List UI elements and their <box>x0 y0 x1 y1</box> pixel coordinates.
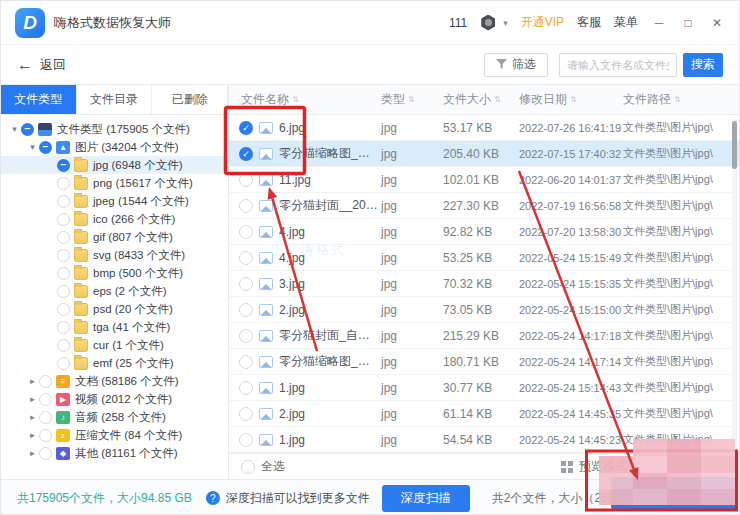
tree-item-eps[interactable]: eps (2 个文件) <box>1 282 228 300</box>
tree-item-image[interactable]: ▾−▲图片 (34204 个文件) <box>1 138 228 156</box>
column-header-path[interactable]: 文件路径⇅ <box>623 91 739 108</box>
tree-checkbox[interactable] <box>57 303 70 316</box>
tree-checkbox[interactable] <box>39 411 52 424</box>
username[interactable]: 111 <box>449 16 467 30</box>
tree-checkbox[interactable] <box>57 195 70 208</box>
support-link[interactable]: 客服 <box>577 14 601 31</box>
row-checkbox[interactable] <box>239 381 253 395</box>
search-button[interactable]: 搜索 <box>683 53 723 77</box>
maximize-button[interactable]: □ <box>680 16 696 30</box>
tree-checkbox[interactable] <box>57 213 70 226</box>
row-checkbox[interactable] <box>239 173 253 187</box>
tree-item-audio[interactable]: ▸♪音频 (258 个文件) <box>1 408 228 426</box>
deep-scan-button[interactable]: 深度扫描 <box>382 485 470 512</box>
tree-item-video[interactable]: ▸▶视频 (2012 个文件) <box>1 390 228 408</box>
scrollbar-thumb[interactable] <box>732 121 737 169</box>
row-checkbox[interactable]: ✓ <box>239 147 253 161</box>
minimize-button[interactable]: ─ <box>651 16 667 30</box>
tree-checkbox[interactable] <box>57 231 70 244</box>
table-row[interactable]: 4.jpgjpg53.25 KB2022-05-24 15:15:49文件类型\… <box>229 245 739 271</box>
tree-item-ico[interactable]: ico (266 个文件) <box>1 210 228 228</box>
tree-checkbox[interactable] <box>39 429 52 442</box>
caret-right-icon[interactable]: ▸ <box>27 376 38 386</box>
tab-file-directory[interactable]: 文件目录 <box>77 85 153 114</box>
caret-down-icon[interactable]: ▾ <box>27 142 38 152</box>
row-checkbox[interactable] <box>239 355 253 369</box>
row-checkbox[interactable] <box>239 225 253 239</box>
row-checkbox[interactable] <box>239 329 253 343</box>
tree-checkbox[interactable] <box>57 357 70 370</box>
caret-right-icon[interactable]: ▸ <box>27 448 38 458</box>
row-checkbox[interactable]: ✓ <box>239 121 253 135</box>
tree-checkbox[interactable] <box>57 249 70 262</box>
table-row[interactable]: 1.jpgjpg54.54 KB2022-05-24 14:45:23文件类型\… <box>229 427 739 453</box>
tree-item-psd[interactable]: psd (20 个文件) <box>1 300 228 318</box>
tree-checkbox-partial[interactable]: − <box>57 159 70 172</box>
table-row[interactable]: ✓6.jpgjpg53.17 KB2022-07-26 16:41:19文件类型… <box>229 115 739 141</box>
tree-item-file-type[interactable]: ▾−文件类型 (175905 个文件) <box>1 120 228 138</box>
table-footer: 全选 预览模式 <box>229 453 739 479</box>
column-header-size[interactable]: 文件大小⇅ <box>443 91 519 108</box>
tree-checkbox[interactable] <box>39 375 52 388</box>
filter-button[interactable]: 筛选 <box>484 53 548 77</box>
table-row[interactable]: ✓零分猫缩略图_自定义px_2...jpg205.40 KB2022-07-15… <box>229 141 739 167</box>
vip-badge-icon[interactable] <box>480 15 496 31</box>
row-checkbox[interactable] <box>239 277 253 291</box>
caret-right-icon[interactable]: ▸ <box>27 430 38 440</box>
select-all-checkbox[interactable] <box>241 460 255 474</box>
menu-link[interactable]: 菜单 <box>614 14 638 31</box>
table-row[interactable]: 4.jpgjpg92.82 KB2022-07-20 13:58:30文件类型\… <box>229 219 739 245</box>
row-checkbox[interactable] <box>239 303 253 317</box>
preview-mode-toggle[interactable]: 预览模式 <box>561 458 627 475</box>
caret-down-icon[interactable]: ▾ <box>9 124 20 134</box>
tree-item-jpg[interactable]: −jpg (6948 个文件) <box>1 156 228 174</box>
table-row[interactable]: 1.jpgjpg30.77 KB2022-05-24 15:14:43文件类型\… <box>229 375 739 401</box>
row-checkbox[interactable] <box>239 199 253 213</box>
table-row[interactable]: 3.jpgjpg70.32 KB2022-05-24 15:15:35文件类型\… <box>229 271 739 297</box>
row-checkbox[interactable] <box>239 251 253 265</box>
open-vip-link[interactable]: 开通VIP <box>521 14 564 31</box>
tree-item-doc[interactable]: ▸≡文档 (58186 个文件) <box>1 372 228 390</box>
tree-checkbox-partial[interactable]: − <box>21 123 34 136</box>
tree-item-other[interactable]: ▸◆其他 (81161 个文件) <box>1 444 228 462</box>
tree-item-jpeg[interactable]: jpeg (1544 个文件) <box>1 192 228 210</box>
caret-right-icon[interactable]: ▸ <box>27 394 38 404</box>
row-checkbox[interactable] <box>239 407 253 421</box>
tree-item-emf[interactable]: emf (25 个文件) <box>1 354 228 372</box>
tree-checkbox[interactable] <box>57 285 70 298</box>
account-dropdown-icon[interactable]: ▾ <box>503 18 508 28</box>
tree-checkbox[interactable] <box>39 447 52 460</box>
search-input[interactable] <box>559 53 677 77</box>
table-row[interactable]: 11.jpgjpg102.01 KB2022-06-20 14:01:37文件类… <box>229 167 739 193</box>
tree-checkbox[interactable] <box>57 177 70 190</box>
help-icon[interactable]: ? <box>206 491 220 505</box>
tree-item-png[interactable]: png (15617 个文件) <box>1 174 228 192</box>
caret-right-icon[interactable]: ▸ <box>27 412 38 422</box>
table-row[interactable]: 零分猫封面__2022-07-19...jpg227.30 KB2022-07-… <box>229 193 739 219</box>
close-button[interactable]: ✕ <box>709 16 725 30</box>
row-checkbox[interactable] <box>239 433 253 447</box>
tree-checkbox[interactable] <box>57 339 70 352</box>
tree-checkbox-partial[interactable]: − <box>39 141 52 154</box>
table-row[interactable]: 2.jpgjpg61.14 KB2022-05-24 14:45:35文件类型\… <box>229 401 739 427</box>
tree-checkbox[interactable] <box>39 393 52 406</box>
tree-item-cur[interactable]: cur (1 个文件) <box>1 336 228 354</box>
cell-name: 2.jpg <box>229 407 381 421</box>
column-header-date[interactable]: 修改日期⇅ <box>519 91 623 108</box>
tab-deleted[interactable]: 已删除 <box>152 85 228 114</box>
table-row[interactable]: 零分猫封面_自定义px_202...jpg215.29 KB2022-05-24… <box>229 323 739 349</box>
tree-checkbox[interactable] <box>57 267 70 280</box>
tree-checkbox[interactable] <box>57 321 70 334</box>
select-all-control[interactable]: 全选 <box>241 458 285 475</box>
tree-item-gif[interactable]: gif (807 个文件) <box>1 228 228 246</box>
tree-item-zip[interactable]: ▸z压缩文件 (84 个文件) <box>1 426 228 444</box>
tab-file-type[interactable]: 文件类型 <box>1 85 77 114</box>
table-row[interactable]: 零分猫缩略图_自定义px_2...jpg180.71 KB2022-05-24 … <box>229 349 739 375</box>
tree-item-bmp[interactable]: bmp (500 个文件) <box>1 264 228 282</box>
back-button[interactable]: ← 返回 <box>17 56 66 74</box>
column-header-name[interactable]: 文件名称⇅ <box>229 91 381 108</box>
table-row[interactable]: 2.jpgjpg73.05 KB2022-05-24 15:15:00文件类型\… <box>229 297 739 323</box>
tree-item-svg[interactable]: svg (8433 个文件) <box>1 246 228 264</box>
column-header-type[interactable]: 类型⇅ <box>381 91 443 108</box>
tree-item-tga[interactable]: tga (41 个文件) <box>1 318 228 336</box>
